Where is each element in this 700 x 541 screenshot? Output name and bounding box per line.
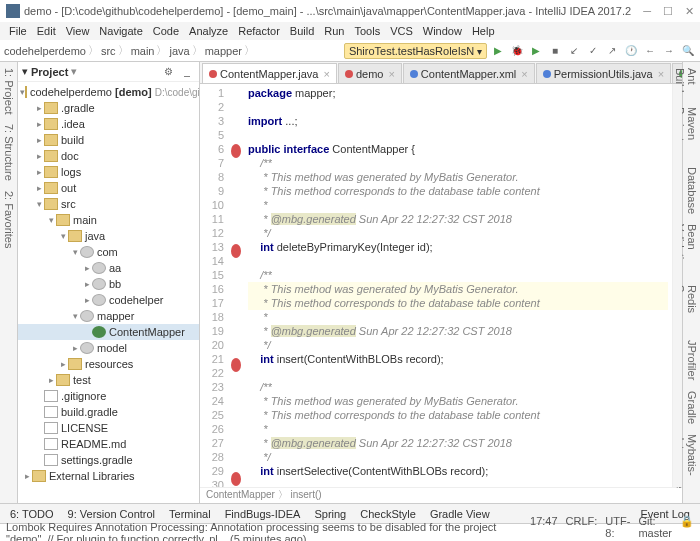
menu-build[interactable]: Build — [285, 25, 319, 37]
tree-node[interactable]: ▾src — [18, 196, 199, 212]
forward-button[interactable]: → — [661, 43, 677, 59]
menu-file[interactable]: File — [4, 25, 32, 37]
editor-pane: ContentMapper.java×demo×ContentMapper.xm… — [200, 62, 682, 503]
tree-node[interactable]: ▸aa — [18, 260, 199, 276]
overview-ruler[interactable] — [672, 84, 682, 487]
tree-node[interactable]: build.gradle — [18, 404, 199, 420]
toolwin-gradle[interactable]: Gradle — [685, 391, 698, 424]
toolwin-database[interactable]: Database — [685, 167, 698, 214]
project-pane: ▾ Project ▾ ⚙ ⎯ ▾codehelperdemo [demo] D… — [18, 62, 200, 503]
git-pull-button[interactable]: ↙ — [566, 43, 582, 59]
stop-button[interactable]: ■ — [547, 43, 563, 59]
search-button[interactable]: 🔍 — [680, 43, 696, 59]
hide-icon[interactable]: ⎯ — [179, 64, 195, 80]
breadcrumb[interactable]: codehelperdemo〉src〉main〉java〉mapper〉 — [4, 43, 255, 58]
tree-node[interactable]: ▾mapper — [18, 308, 199, 324]
caret-pos[interactable]: 17:47 — [530, 515, 558, 542]
git-branch[interactable]: Git: master : — [638, 515, 672, 542]
status-bar: Lombok Requires Annotation Processing: A… — [0, 523, 700, 541]
tree-node[interactable]: ContentMapper — [18, 324, 199, 340]
status-message[interactable]: Lombok Requires Annotation Processing: A… — [6, 521, 530, 542]
toolwin-maven-projects[interactable]: Maven Projects — [685, 107, 698, 157]
tree-node[interactable]: ▸out — [18, 180, 199, 196]
tree-node[interactable]: ▸test — [18, 372, 199, 388]
line-separator[interactable]: CRLF: — [566, 515, 598, 542]
code-area[interactable]: 1235678910111213141516171819202122232425… — [200, 84, 682, 487]
menu-run[interactable]: Run — [319, 25, 349, 37]
collapse-icon[interactable]: ▾ — [22, 65, 28, 78]
toolwin-1-project[interactable]: 1: Project — [2, 68, 15, 114]
toolwin-mybatis-datasource[interactable]: Mybatis-datasource — [685, 434, 698, 497]
menu-edit[interactable]: Edit — [32, 25, 61, 37]
menu-window[interactable]: Window — [418, 25, 467, 37]
tree-node[interactable]: ▸build — [18, 132, 199, 148]
close-button[interactable]: ✕ — [685, 5, 694, 18]
editor-crumb[interactable]: ContentMapper 〉 insert() — [200, 487, 682, 503]
history-button[interactable]: 🕐 — [623, 43, 639, 59]
crumb-segment[interactable]: mapper — [205, 45, 242, 57]
menu-bar: FileEditViewNavigateCodeAnalyzeRefactorB… — [0, 22, 700, 40]
menu-view[interactable]: View — [61, 25, 95, 37]
gutter-icons[interactable] — [228, 84, 244, 487]
toolwin-ant-build[interactable]: Ant Build — [685, 68, 698, 97]
toolwin-redis-servers[interactable]: Redis Servers — [685, 285, 698, 331]
git-push-button[interactable]: ↗ — [604, 43, 620, 59]
tree-node[interactable]: README.md — [18, 436, 199, 452]
encoding[interactable]: UTF-8: — [605, 515, 630, 542]
menu-refactor[interactable]: Refactor — [233, 25, 285, 37]
toolwin-bean-validation[interactable]: Bean Validation — [685, 224, 698, 274]
tree-node[interactable]: ▸.gradle — [18, 100, 199, 116]
bottab[interactable]: 9: Version Control — [62, 507, 161, 521]
back-button[interactable]: ← — [642, 43, 658, 59]
source[interactable]: package mapper; import ...; public inter… — [244, 84, 672, 487]
tree-node[interactable]: ▸resources — [18, 356, 199, 372]
bottab[interactable]: 6: TODO — [4, 507, 60, 521]
tree-node[interactable]: settings.gradle — [18, 452, 199, 468]
menu-code[interactable]: Code — [148, 25, 184, 37]
menu-analyze[interactable]: Analyze — [184, 25, 233, 37]
bottab[interactable]: Gradle View — [424, 507, 496, 521]
tree-node[interactable]: LICENSE — [18, 420, 199, 436]
crumb-segment[interactable]: java — [169, 45, 189, 57]
crumb-segment[interactable]: src — [101, 45, 116, 57]
tree-node[interactable]: ▾main — [18, 212, 199, 228]
debug-button[interactable]: 🐞 — [509, 43, 525, 59]
editor-tab[interactable]: ContentMapper.java× — [202, 63, 337, 83]
toolwin-jprofiler[interactable]: JProfiler — [685, 340, 698, 380]
tree-node[interactable]: ▸codehelper — [18, 292, 199, 308]
tree-node[interactable]: ▸External Libraries — [18, 468, 199, 484]
coverage-button[interactable]: ▶ — [528, 43, 544, 59]
tree-node[interactable]: ▸bb — [18, 276, 199, 292]
crumb-segment[interactable]: main — [131, 45, 155, 57]
tree-node[interactable]: ▸logs — [18, 164, 199, 180]
tree-node[interactable]: ▸model — [18, 340, 199, 356]
run-config-selector[interactable]: ShiroTest.testHasRoleIsN ▾ — [344, 43, 487, 59]
tree-node[interactable]: ▸doc — [18, 148, 199, 164]
maximize-button[interactable]: ☐ — [663, 5, 673, 18]
bottab[interactable]: FindBugs-IDEA — [219, 507, 307, 521]
menu-help[interactable]: Help — [467, 25, 500, 37]
project-tree[interactable]: ▾codehelperdemo [demo] D:\code\github\co… — [18, 82, 199, 503]
tree-root[interactable]: ▾codehelperdemo [demo] D:\code\github\co… — [18, 84, 199, 100]
tree-node[interactable]: .gitignore — [18, 388, 199, 404]
menu-tools[interactable]: Tools — [349, 25, 385, 37]
tree-node[interactable]: ▾com — [18, 244, 199, 260]
run-button[interactable]: ▶ — [490, 43, 506, 59]
lock-icon[interactable]: 🔒 — [680, 515, 694, 542]
tree-node[interactable]: ▾java — [18, 228, 199, 244]
tree-node[interactable]: ▸.idea — [18, 116, 199, 132]
toolwin-7-structure[interactable]: 7: Structure — [2, 124, 15, 181]
gear-icon[interactable]: ⚙ — [160, 64, 176, 80]
menu-vcs[interactable]: VCS — [385, 25, 418, 37]
editor-tab[interactable]: PermissionUtils.java× — [536, 63, 671, 83]
menu-navigate[interactable]: Navigate — [94, 25, 147, 37]
bottab[interactable]: Terminal — [163, 507, 217, 521]
bottab[interactable]: CheckStyle — [354, 507, 422, 521]
editor-tab[interactable]: ContentMapper.xml× — [403, 63, 535, 83]
minimize-button[interactable]: ─ — [643, 5, 651, 18]
bottab[interactable]: Spring — [308, 507, 352, 521]
git-commit-button[interactable]: ✓ — [585, 43, 601, 59]
editor-tab[interactable]: demo× — [338, 63, 402, 83]
toolwin-2-favorites[interactable]: 2: Favorites — [2, 191, 15, 248]
crumb-segment[interactable]: codehelperdemo — [4, 45, 86, 57]
